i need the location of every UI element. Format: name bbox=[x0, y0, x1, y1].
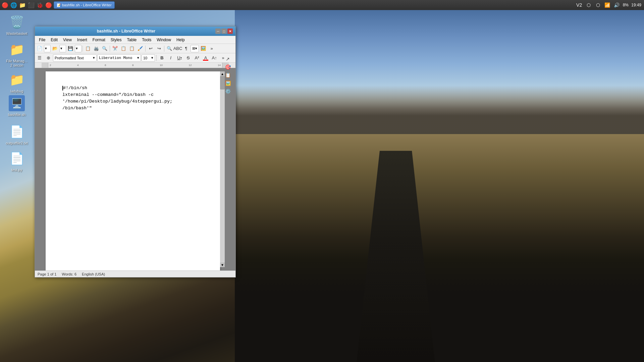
print-button[interactable]: 🖨️ bbox=[92, 45, 100, 52]
line-cursor: #!/bin/sh bbox=[62, 85, 203, 92]
menu-bar: File Edit View Insert Format Styles Tabl… bbox=[35, 36, 235, 44]
export-pdf-button[interactable]: 📋 bbox=[84, 45, 92, 52]
redo-button[interactable]: ↪ bbox=[155, 45, 163, 52]
font-name-dropdown[interactable]: Liberation Mono ▾ bbox=[97, 54, 141, 62]
maximize-button[interactable]: □ bbox=[221, 28, 227, 34]
menu-help[interactable]: Help bbox=[174, 37, 187, 43]
insert-image-button[interactable]: 🖼️ bbox=[199, 45, 207, 52]
desktop-icon-wastebasket[interactable]: 🗑️ Wastebasket bbox=[3, 13, 30, 37]
scroll-down-button[interactable]: ▼ bbox=[220, 262, 225, 267]
ruler-numbers: 2468101214 bbox=[48, 64, 222, 67]
desktop-icon-ladybug[interactable]: 📁 ladybug bbox=[3, 70, 30, 95]
tray-wifi: 📶 bbox=[604, 2, 611, 8]
menu-tools[interactable]: Tools bbox=[139, 37, 154, 43]
more-button[interactable]: » bbox=[208, 45, 216, 52]
menu-styles[interactable]: Styles bbox=[108, 37, 124, 43]
nonprint-button[interactable]: ¶ bbox=[182, 45, 190, 52]
font-effects-button[interactable]: A↑ bbox=[210, 54, 218, 62]
taskbar-icon-2[interactable]: 🌐 bbox=[10, 1, 17, 9]
taskbar-icon-1[interactable]: 🔴 bbox=[1, 1, 9, 9]
paste-button[interactable]: 📋 bbox=[128, 45, 136, 52]
find-button[interactable]: 🔍 bbox=[165, 45, 173, 52]
italic-button[interactable]: I bbox=[167, 54, 175, 62]
close-button[interactable]: ✕ bbox=[227, 28, 233, 34]
taskbar-window-button[interactable]: 📝 bashfile.sh - LibreOffice Writer bbox=[54, 1, 115, 9]
tray-hex: ⬡ bbox=[585, 2, 592, 8]
spelling-button[interactable]: ABC bbox=[174, 45, 182, 52]
open-button[interactable]: 📂 bbox=[51, 45, 59, 52]
font-size-arrow: ▾ bbox=[151, 56, 153, 60]
sidebar-gallery-btn[interactable]: 🖼️ bbox=[224, 79, 231, 87]
undo-button[interactable]: ↩ bbox=[147, 45, 155, 52]
taskbar-icon-4[interactable]: ⬛ bbox=[28, 1, 35, 9]
menu-format[interactable]: Format bbox=[90, 37, 108, 43]
taskbar-icon-5[interactable]: 🐞 bbox=[36, 1, 44, 9]
status-bar: Page 1 of 1 Words: 6 English (USA) bbox=[35, 270, 235, 277]
separator1 bbox=[83, 46, 83, 52]
sidebar-macro-btn[interactable]: ⚙️ bbox=[224, 87, 231, 95]
menu-edit[interactable]: Edit bbox=[48, 37, 60, 43]
folder1-icon: 📁 bbox=[9, 42, 25, 58]
testpy-label: test.py bbox=[11, 168, 22, 172]
ruler: 2468101214 bbox=[35, 63, 235, 68]
bold-button[interactable]: B bbox=[158, 54, 166, 62]
strikethrough-button[interactable]: S bbox=[184, 54, 192, 62]
menu-insert[interactable]: Insert bbox=[74, 37, 90, 43]
bashfile-icon: 🖥️ bbox=[9, 95, 25, 111]
copy-button[interactable]: 📋 bbox=[119, 45, 127, 52]
toolbar-standard: 📄 ▾ 📂 ▾ 💾 ▾ 📋 🖨️ 🔍 ✂️ 📋 📋 🖌️ ↩ ↪ 🔍 ABC ¶… bbox=[35, 44, 235, 53]
status-words: Words: 6 bbox=[62, 272, 76, 276]
menu-table[interactable]: Table bbox=[124, 37, 140, 43]
font-dropdown-arrow: ▾ bbox=[137, 56, 139, 60]
style-dropdown-value: Preformatted Text bbox=[55, 56, 84, 60]
open-dropdown[interactable]: ▾ bbox=[59, 45, 66, 52]
taskbar-icon-6[interactable]: 🔴 bbox=[45, 1, 52, 9]
format-paintbrush[interactable]: 🖌️ bbox=[136, 45, 144, 52]
separator3 bbox=[145, 46, 146, 52]
outputfile2-icon: 📄 bbox=[9, 124, 25, 140]
new-button[interactable]: 📄 bbox=[36, 45, 44, 52]
new-dropdown[interactable]: ▾ bbox=[44, 45, 51, 52]
insert-table-dropdown[interactable]: ⊞▾ bbox=[191, 45, 199, 52]
font-dropdown-value: Liberation Mono bbox=[99, 56, 132, 60]
underline-button[interactable]: U▾ bbox=[175, 54, 183, 62]
sidebar-properties-btn[interactable]: ↗ bbox=[224, 55, 231, 63]
battery-level: 8% bbox=[623, 3, 629, 7]
desktop-icon-outputfile2[interactable]: 📄 outputfile2.txt bbox=[3, 122, 30, 147]
taskbar: 🔴 🌐 📁 ⬛ 🐞 🔴 📝 bashfile.sh - LibreOffice … bbox=[0, 0, 644, 10]
desktop-icon-bashfile[interactable]: 🖥️ bashfile.sh bbox=[3, 94, 30, 118]
status-language: English (USA) bbox=[82, 272, 105, 276]
desktop-icon-folder1[interactable]: 📁 File Manag...2 secon bbox=[3, 40, 30, 69]
vertical-scrollbar[interactable]: ▲ ▼ bbox=[220, 71, 225, 267]
menu-window[interactable]: Window bbox=[154, 37, 174, 43]
content-line1: #!/bin/sh bbox=[63, 85, 87, 90]
tray-bluetooth: ⬡ bbox=[595, 2, 601, 8]
content-line2: lxterminal --command="/bin/bash -c '/hom… bbox=[62, 92, 203, 105]
window-title: bashfile.sh - LibreOffice Writer bbox=[38, 29, 215, 34]
cut-button[interactable]: ✂️ bbox=[111, 45, 119, 52]
styles-listbox-button[interactable]: ☰ bbox=[36, 54, 44, 62]
menu-file[interactable]: File bbox=[36, 37, 48, 43]
sidebar-styles-btn[interactable]: 📋 bbox=[224, 71, 231, 79]
superscript-button[interactable]: A² bbox=[193, 54, 201, 62]
print-preview-button[interactable]: 🔍 bbox=[101, 45, 109, 52]
save-button[interactable]: 💾 bbox=[66, 45, 74, 52]
menu-view[interactable]: View bbox=[60, 37, 74, 43]
font-color-button[interactable]: A bbox=[202, 54, 210, 62]
document-area[interactable]: #!/bin/sh lxterminal --command="/bin/bas… bbox=[35, 68, 235, 270]
style-dropdown-arrow: ▾ bbox=[93, 56, 95, 60]
paragraph-style-dropdown[interactable]: Preformatted Text ▾ bbox=[53, 54, 97, 62]
new-style-button[interactable]: ⊕ bbox=[44, 54, 52, 62]
taskbar-right: V2 ⬡ ⬡ 📶 🔊 8% 19:49 bbox=[573, 2, 644, 8]
separator2 bbox=[110, 46, 110, 52]
minimize-button[interactable]: ─ bbox=[215, 28, 221, 34]
taskbar-icon-3[interactable]: 📁 bbox=[19, 1, 26, 9]
outputfile2-label: outputfile2.txt bbox=[6, 141, 28, 145]
sidebar-navigator-btn[interactable]: 🎯 bbox=[224, 63, 231, 71]
save-dropdown[interactable]: ▾ bbox=[75, 45, 82, 52]
font-size-dropdown[interactable]: 10 ▾ bbox=[142, 54, 155, 62]
desktop-icon-testpy[interactable]: 📄 test.py bbox=[3, 149, 30, 174]
document-page[interactable]: #!/bin/sh lxterminal --command="/bin/bas… bbox=[46, 71, 220, 270]
tray-v2: V2 bbox=[576, 2, 583, 8]
testpy-icon: 📄 bbox=[9, 150, 25, 167]
